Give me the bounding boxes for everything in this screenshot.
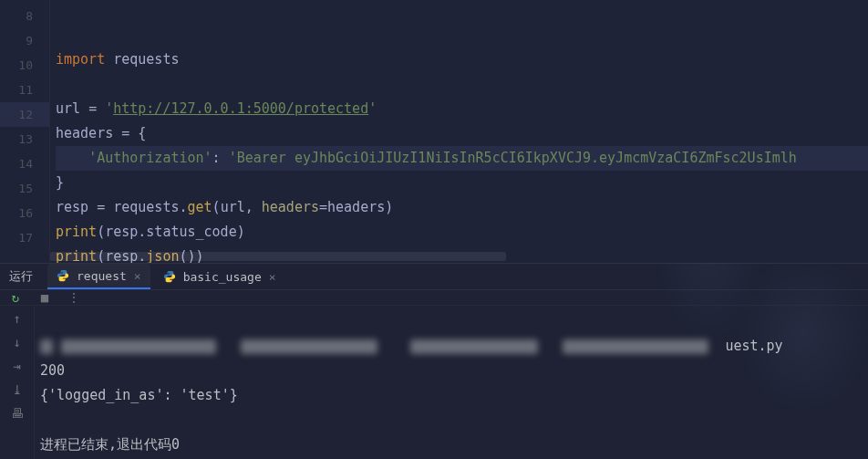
run-tab-label: basic_usage bbox=[183, 270, 262, 284]
run-toolbar: ↻ ■ ⋮ bbox=[0, 290, 868, 306]
run-tab-label: request bbox=[77, 269, 127, 283]
arrow-up-icon[interactable]: ↑ bbox=[13, 311, 20, 326]
line-number-gutter: 891011121314151617 bbox=[0, 0, 50, 263]
code-line[interactable]: print(resp.status_code) bbox=[56, 220, 868, 245]
run-panel-tabstrip: 运行 request×basic_usage× bbox=[0, 264, 868, 290]
run-gutter: ↑ ↓ ⇥ ⤓ 🖶 bbox=[0, 306, 35, 459]
code-line[interactable] bbox=[56, 72, 868, 97]
horizontal-scrollbar[interactable] bbox=[50, 252, 506, 261]
code-area[interactable]: import requestsurl = 'http://127.0.0.1:5… bbox=[50, 0, 868, 263]
redacted-segment bbox=[40, 339, 53, 354]
soft-wrap-icon[interactable]: ⇥ bbox=[13, 359, 20, 373]
code-line[interactable]: headers = { bbox=[56, 121, 868, 146]
scroll-end-icon[interactable]: ⤓ bbox=[12, 382, 23, 397]
line-number: 14 bbox=[0, 151, 49, 176]
run-tab-request[interactable]: request× bbox=[47, 264, 150, 289]
close-icon[interactable]: × bbox=[134, 269, 141, 283]
run-panel: 运行 request×basic_usage× ↻ ■ ⋮ ↑ ↓ ⇥ ⤓ 🖶 … bbox=[0, 263, 868, 459]
line-number: 15 bbox=[0, 176, 49, 201]
code-editor[interactable]: 891011121314151617 import requestsurl = … bbox=[0, 0, 868, 263]
code-line[interactable]: url = 'http://127.0.0.1:5000/protected' bbox=[56, 97, 868, 121]
code-line[interactable]: resp = requests.get(url, headers=headers… bbox=[56, 195, 868, 220]
python-icon bbox=[163, 270, 176, 283]
line-number: 13 bbox=[0, 127, 49, 151]
close-icon[interactable]: × bbox=[269, 270, 276, 284]
line-number: 8 bbox=[0, 4, 49, 28]
redacted-segment bbox=[410, 339, 538, 354]
print-icon[interactable]: 🖶 bbox=[11, 406, 24, 421]
stop-icon[interactable]: ■ bbox=[36, 290, 53, 305]
line-number: 16 bbox=[0, 201, 49, 225]
run-panel-label: 运行 bbox=[9, 268, 33, 285]
line-number: 10 bbox=[0, 53, 49, 78]
code-line[interactable]: } bbox=[56, 171, 868, 195]
line-number: 11 bbox=[0, 78, 49, 102]
rerun-icon[interactable]: ↻ bbox=[7, 290, 24, 305]
console-output[interactable]: uest.py 200 {'logged_in_as': 'test'} 进程已… bbox=[35, 306, 868, 459]
line-number: 12 bbox=[0, 102, 49, 127]
python-icon bbox=[57, 269, 69, 282]
line-number: 9 bbox=[0, 28, 49, 53]
line-number: 17 bbox=[0, 225, 49, 250]
redacted-segment bbox=[563, 339, 708, 354]
more-icon[interactable]: ⋮ bbox=[66, 290, 82, 305]
redacted-segment bbox=[61, 339, 216, 354]
arrow-down-icon[interactable]: ↓ bbox=[13, 335, 20, 349]
console-line: uest.py bbox=[40, 338, 783, 354]
run-tab-basic_usage[interactable]: basic_usage× bbox=[154, 264, 285, 289]
console-line: {'logged_in_as': 'test'} bbox=[40, 387, 238, 403]
console-line: 进程已结束,退出代码0 bbox=[40, 436, 180, 453]
redacted-segment bbox=[241, 339, 377, 354]
code-line[interactable]: 'Authorization': 'Bearer eyJhbGciOiJIUzI… bbox=[56, 146, 868, 171]
code-line[interactable]: import requests bbox=[56, 47, 868, 72]
console-line: 200 bbox=[40, 362, 65, 379]
